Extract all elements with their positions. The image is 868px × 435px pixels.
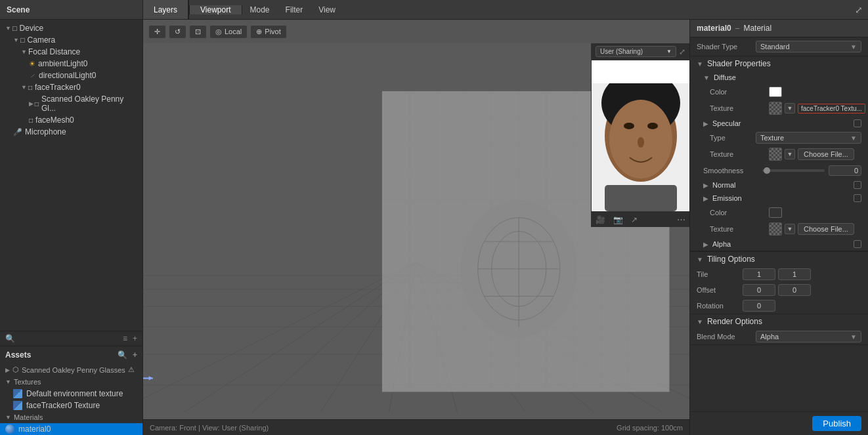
layers-tab[interactable]: Layers — [143, 0, 188, 19]
tiling-options-section: ▼ Tiling Options Tile Offset — [690, 252, 868, 314]
specular-header[interactable]: ▶ Specular — [690, 117, 868, 130]
expand-textures-arrow[interactable]: ▼ — [5, 379, 11, 385]
tree-item-facetracker[interactable]: ▼ □ faceTracker0 — [0, 81, 142, 93]
publish-button[interactable]: Publish — [812, 416, 861, 431]
expand-icon[interactable]: ⤢ — [855, 5, 863, 15]
diffuse-texture-label: Texture — [710, 104, 769, 112]
specular-type-select[interactable]: Texture ▼ — [756, 132, 861, 144]
normal-header[interactable]: ▶ Normal — [690, 178, 868, 192]
blend-mode-label: Blend Mode — [697, 333, 756, 341]
emission-texture-label: Texture — [710, 225, 769, 233]
pivot-btn[interactable]: ⊕ Pivot — [250, 25, 286, 39]
asset-default-texture[interactable]: Default environment texture — [0, 388, 142, 400]
tile-row: Tile — [690, 266, 868, 282]
publish-bar: Publish — [690, 411, 868, 435]
tree-item-device[interactable]: ▼ □ Device — [0, 22, 142, 34]
frame-btn[interactable]: ⊡ — [189, 25, 207, 39]
expand-arrow-scanned[interactable]: ▶ — [29, 100, 33, 107]
emission-check[interactable] — [854, 194, 861, 202]
share-dropdown[interactable]: User (Sharing) ▼ — [596, 46, 676, 57]
tree-item-scanned[interactable]: ▶ □ Scanned Oakley Penny Gl... — [0, 93, 142, 114]
pivot-label: Pivot — [265, 28, 280, 35]
textures-group-header[interactable]: ▼ Textures — [0, 376, 142, 388]
smoothness-slider-container[interactable]: 0 — [762, 165, 861, 176]
tree-item-label: ambientLight0 — [38, 59, 87, 68]
tiling-options-header[interactable]: ▼ Tiling Options — [690, 252, 868, 266]
tile-x-input[interactable] — [743, 268, 775, 280]
diffuse-texture-dropdown[interactable]: ▼ — [785, 103, 795, 114]
face-mesh-icon: □ — [29, 117, 33, 124]
expand-materials-arrow[interactable]: ▼ — [5, 414, 11, 421]
expand-arrow-device[interactable]: ▼ — [5, 25, 11, 31]
tree-item-facemesh[interactable]: □ faceMesh0 — [0, 114, 142, 126]
tree-item-focal[interactable]: ▼ Focal Distance — [0, 46, 142, 58]
emission-color-value — [769, 207, 861, 218]
tree-item-ambient[interactable]: ☀ ambientLight0 — [0, 58, 142, 70]
search-icon[interactable]: 🔍 — [5, 334, 15, 343]
materials-group-header[interactable]: ▼ Materials — [0, 411, 142, 423]
video-icon[interactable]: 🎥 — [596, 215, 605, 224]
asset-group-scanned[interactable]: ▶ ⬡ Scanned Oakley Penny Glasses ⚠ — [0, 363, 142, 376]
add-icon[interactable]: + — [133, 334, 137, 343]
emission-texture-dropdown[interactable]: ▼ — [785, 224, 795, 234]
expand-arrow-focal[interactable]: ▼ — [21, 49, 27, 55]
materials-label: Materials — [14, 413, 43, 421]
filter-menu[interactable]: Filter — [278, 0, 311, 19]
specular-choose-file-btn[interactable]: Choose File... — [798, 148, 854, 160]
emission-choose-file-btn[interactable]: Choose File... — [798, 223, 854, 235]
normal-check[interactable] — [854, 181, 861, 189]
expand-scanned-arrow[interactable]: ▶ — [5, 367, 10, 373]
diffuse-color-label: Color — [710, 88, 769, 96]
emission-header[interactable]: ▶ Emission — [690, 192, 868, 205]
diffuse-color-swatch[interactable] — [769, 87, 782, 97]
shader-type-option: Standard — [760, 43, 790, 51]
rotation-input[interactable] — [743, 300, 775, 312]
filter-icon[interactable]: ≡ — [123, 334, 127, 343]
smoothness-track[interactable] — [762, 169, 825, 172]
shader-properties-header[interactable]: ▼ Shader Properties — [690, 56, 868, 71]
photo-icon[interactable]: 📷 — [613, 215, 623, 224]
viewport-tab[interactable]: Viewport — [189, 5, 242, 14]
more-icon[interactable]: ⋯ — [677, 215, 685, 224]
render-options-header[interactable]: ▼ Render Options — [690, 314, 868, 329]
assets-add-icon[interactable]: + — [133, 350, 137, 360]
asset-facetracker-texture[interactable]: faceTracker0 Texture — [0, 400, 142, 411]
mode-menu[interactable]: Mode — [242, 0, 278, 19]
face-tracker-icon: □ — [28, 84, 32, 91]
smoothness-number[interactable]: 0 — [829, 165, 861, 176]
tree-item-label: faceMesh0 — [35, 115, 74, 125]
alpha-header[interactable]: ▶ Alpha — [690, 238, 868, 251]
material0-item[interactable]: material0 — [0, 423, 142, 435]
shader-type-select[interactable]: Standard ▼ — [756, 41, 861, 52]
specular-type-arrow: ▼ — [850, 135, 857, 142]
offset-x-input[interactable] — [743, 284, 775, 296]
blend-mode-select[interactable]: Alpha ▼ — [756, 331, 861, 342]
expand-arrow-camera[interactable]: ▼ — [13, 37, 19, 43]
normal-arrow: ▶ — [703, 182, 708, 189]
diffuse-header[interactable]: ▼ Diffuse — [690, 71, 868, 84]
alpha-check[interactable] — [854, 240, 861, 248]
tree-item-camera[interactable]: ▼ □ Camera — [0, 34, 142, 46]
assets-search-icon[interactable]: 🔍 — [118, 350, 127, 360]
expand-arrow-facetracker[interactable]: ▼ — [21, 84, 27, 91]
view-menu[interactable]: View — [311, 0, 343, 19]
specular-check[interactable] — [854, 119, 861, 127]
diffuse-color-row: Color — [690, 84, 868, 100]
smoothness-thumb[interactable] — [764, 167, 770, 174]
camera-expand-icon[interactable]: ⤢ — [679, 47, 685, 56]
add-btn[interactable]: ✛ — [148, 25, 166, 39]
offset-y-input[interactable] — [778, 284, 811, 296]
tree-item-label: Device — [20, 24, 44, 33]
viewport[interactable]: ✛ ↺ ⊡ ◎ Local ⊕ Pivot — [143, 20, 689, 435]
specular-texture-row: Texture ▼ Choose File... — [690, 146, 868, 163]
rotate-btn[interactable]: ↺ — [169, 25, 186, 39]
tree-item-directional[interactable]: ⟋ directionalLight0 — [0, 70, 142, 81]
local-btn[interactable]: ◎ Local — [209, 25, 248, 39]
svg-point-58 — [647, 123, 658, 129]
specular-texture-dropdown[interactable]: ▼ — [785, 149, 795, 159]
tree-item-microphone[interactable]: 🎤 Microphone — [0, 126, 142, 138]
emission-color-swatch[interactable] — [769, 207, 782, 218]
share-icon[interactable]: ↗ — [631, 215, 638, 224]
camera-preview-toolbar: 🎥 📷 ↗ ⋯ — [592, 211, 689, 227]
tile-y-input[interactable] — [778, 268, 811, 280]
